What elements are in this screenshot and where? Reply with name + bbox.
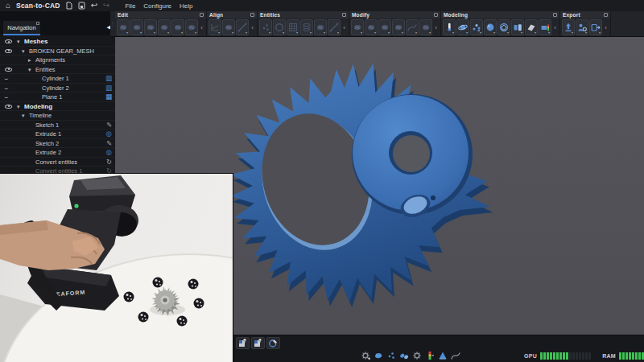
undo-icon[interactable]: ↩ xyxy=(91,2,97,10)
group-popout-icon[interactable] xyxy=(604,13,608,17)
spline-axis-button[interactable] xyxy=(450,350,460,360)
triangle-reduce-button[interactable]: ▾ xyxy=(365,19,378,35)
expand-chevron-icon[interactable]: ▾ xyxy=(22,47,25,56)
visibility-eye-icon[interactable] xyxy=(5,49,12,53)
group-popout-icon[interactable] xyxy=(553,13,557,17)
clean-mesh-button[interactable]: ▾ xyxy=(171,19,184,35)
smooth-mesh-button[interactable]: ▾ xyxy=(185,19,198,35)
surface-patch-button[interactable]: ▾ xyxy=(351,19,364,35)
home-icon[interactable]: ⌂ xyxy=(6,2,10,10)
model-tree: ▾Meshes▾BROKEN GEAR_MESH▸Alignments▾Enti… xyxy=(0,37,115,176)
expand-chevron-icon[interactable]: ▾ xyxy=(17,102,20,112)
tree-item-sketch-1[interactable]: Sketch 1✎ xyxy=(0,121,115,130)
visibility-eye-icon[interactable] xyxy=(5,39,12,43)
meter-segment xyxy=(550,352,552,360)
tab-navigation[interactable]: Navigation xyxy=(3,21,40,35)
point-entity-button[interactable]: ▾ xyxy=(259,19,272,35)
tree-item-label: Modeling xyxy=(24,102,52,112)
new-document-icon[interactable] xyxy=(66,2,72,10)
menu-configure[interactable]: Configure xyxy=(141,2,174,10)
orbit-sphere-button[interactable]: ▾ xyxy=(456,19,469,35)
tree-item-plane-1[interactable]: ⌣Plane 1▦ xyxy=(0,93,115,102)
tree-item-meshes[interactable]: ▾Meshes xyxy=(0,37,115,47)
expand-chevron-icon[interactable]: ▾ xyxy=(22,111,25,121)
toolbar-group-align: Align▾▾▾‹ xyxy=(207,11,258,36)
select-brush-button[interactable]: ▾ xyxy=(117,19,130,35)
group-overflow-icon[interactable]: ‹ xyxy=(603,19,609,35)
surface-points-button[interactable] xyxy=(386,350,396,360)
tree-item-convert-entities[interactable]: Convert entities↻ xyxy=(0,158,115,167)
visibility-eye-icon[interactable] xyxy=(5,68,12,72)
save-icon[interactable] xyxy=(78,2,85,10)
cone-primitive-button[interactable] xyxy=(437,350,448,360)
surface-shaded-button[interactable] xyxy=(373,350,383,360)
group-overflow-icon[interactable]: ‹ xyxy=(199,19,204,35)
tree-item-extrude-1[interactable]: Extrude 1◎ xyxy=(0,130,115,139)
line-entity-button[interactable]: ▾ xyxy=(328,19,341,35)
sketch-region-button[interactable] xyxy=(266,337,280,349)
expand-chevron-icon[interactable]: ▸ xyxy=(28,56,31,65)
paint-dots-button[interactable]: ▾ xyxy=(470,19,483,35)
tree-item-broken-gear-mesh[interactable]: ▾BROKEN GEAR_MESH xyxy=(0,47,115,56)
export-up-arrow-button[interactable]: ▾ xyxy=(562,19,575,35)
curve-edit-button[interactable]: ▾ xyxy=(406,19,419,35)
menu-help[interactable]: Help xyxy=(177,2,195,10)
group-popout-icon[interactable] xyxy=(434,13,438,17)
lasso-select-button[interactable]: ▾ xyxy=(130,19,143,35)
mesh-compare-button[interactable] xyxy=(398,350,409,360)
sphere-solid-button[interactable]: ▾ xyxy=(484,19,497,35)
plane-align-button[interactable]: ▾ xyxy=(222,19,235,35)
knife-section-button[interactable]: ▾ xyxy=(443,19,456,35)
split-solid-button[interactable]: ▾ xyxy=(511,19,524,35)
plane-trim-button[interactable]: ▾ xyxy=(144,19,157,35)
copy-view-button[interactable] xyxy=(236,337,250,349)
triangle-refine-button[interactable]: ▾ xyxy=(378,19,391,35)
defeature-button[interactable]: ▾ xyxy=(158,19,171,35)
axis-align-button[interactable]: ▾ xyxy=(208,19,221,35)
group-popout-icon[interactable] xyxy=(342,13,346,17)
plane-entity-button[interactable]: ▾ xyxy=(314,19,327,35)
circle-entity-button[interactable]: ▾ xyxy=(273,19,286,35)
ram-meter xyxy=(619,352,644,360)
group-overflow-icon[interactable]: ‹ xyxy=(552,19,558,35)
tree-item-timeline[interactable]: ▾Timeline xyxy=(0,111,115,121)
cad-file-button[interactable]: ▾ xyxy=(589,19,602,35)
tree-item-alignments[interactable]: ▸Alignments xyxy=(0,56,115,65)
tree-item-entities[interactable]: ▾Entities xyxy=(0,65,115,75)
menu-file[interactable]: File xyxy=(122,2,138,10)
surface-curve-icon: ⌣ xyxy=(4,93,8,101)
circle-polygon-button[interactable]: ▾ xyxy=(497,19,510,35)
mirror-mesh-button[interactable]: ▾ xyxy=(419,19,432,35)
group-popout-icon[interactable] xyxy=(200,13,204,17)
visibility-eye-icon[interactable] xyxy=(5,105,12,109)
dropdown-caret-icon: ▾ xyxy=(599,31,601,35)
tree-item-cylinder-2[interactable]: ⌣Cylinder 2▥ xyxy=(0,84,115,93)
dropdown-caret-icon: ▾ xyxy=(535,31,536,35)
toolbar-group-label: Align xyxy=(209,12,223,18)
dropdown-caret-icon: ▾ xyxy=(521,31,522,35)
expand-chevron-icon[interactable]: ▾ xyxy=(28,65,31,75)
redo-icon[interactable]: ↪ xyxy=(103,2,109,10)
toolbar-group-header: Edit xyxy=(115,11,206,19)
line-align-button[interactable]: ▾ xyxy=(236,19,249,35)
tree-item-modeling[interactable]: ▾Modeling xyxy=(0,102,115,112)
tree-item-sketch-2[interactable]: Sketch 2✎ xyxy=(0,139,115,149)
add-gear-button[interactable] xyxy=(360,350,370,360)
colorbar-slab-button[interactable]: ▾ xyxy=(539,19,551,35)
group-overflow-icon[interactable]: ‹ xyxy=(433,19,439,35)
person-gear-button[interactable]: ▾ xyxy=(576,19,588,35)
settings-gear-button[interactable] xyxy=(411,350,422,360)
expand-chevron-icon[interactable]: ▾ xyxy=(17,37,20,47)
fill-holes-button[interactable]: ▾ xyxy=(392,19,405,35)
paste-view-button[interactable] xyxy=(251,337,265,349)
coil-entity-button[interactable]: ▾ xyxy=(300,19,313,35)
tab-popout-icon[interactable] xyxy=(36,22,39,25)
deviation-colorbar-button[interactable] xyxy=(424,350,435,360)
grid-entity-button[interactable]: ▾ xyxy=(287,19,299,35)
group-popout-icon[interactable] xyxy=(250,13,254,17)
group-overflow-icon[interactable]: ‹ xyxy=(341,19,347,35)
tree-item-cylinder-1[interactable]: ⌣Cylinder 1▥ xyxy=(0,74,115,84)
group-overflow-icon[interactable]: ‹ xyxy=(250,19,255,35)
tree-item-extrude-2[interactable]: Extrude 2◎ xyxy=(0,148,115,158)
plane-slab-button[interactable]: ▾ xyxy=(525,19,538,35)
